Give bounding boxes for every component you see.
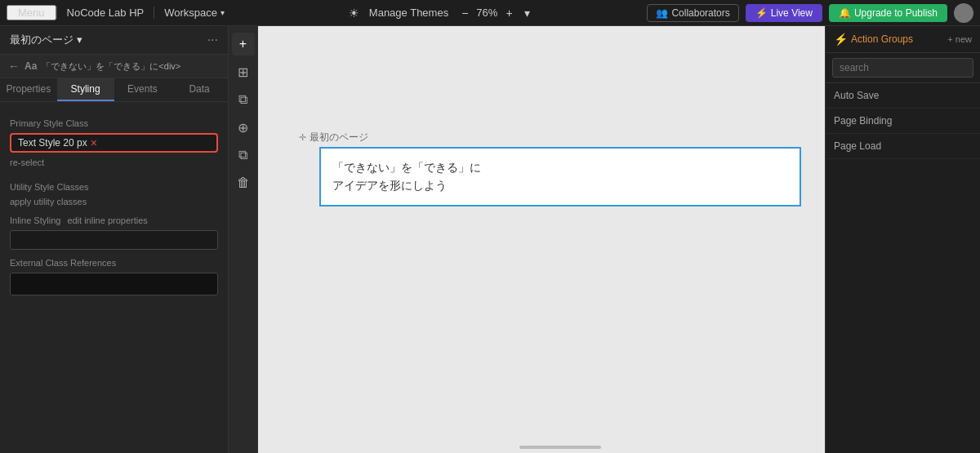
action-item-pageload[interactable]: Page Load [826, 134, 980, 159]
tab-bar: Properties Styling Events Data [0, 78, 228, 102]
more-options-button[interactable]: ··· [207, 33, 218, 47]
external-class-label: External Class References [10, 258, 218, 268]
tab-properties[interactable]: Properties [0, 78, 57, 101]
tab-data[interactable]: Data [171, 78, 228, 101]
pages-button[interactable]: ⊞ [232, 60, 255, 83]
edit-inline-link[interactable]: edit inline properties [67, 215, 147, 225]
left-content: Primary Style Class Text Style 20 px × r… [0, 102, 228, 453]
remove-style-button[interactable]: × [91, 137, 97, 149]
collaborators-icon: 👥 [656, 7, 668, 19]
element-path: 「できない」を「できる」に<div> [42, 60, 180, 73]
add-section-button[interactable]: ⊕ [232, 116, 255, 139]
right-search [826, 53, 980, 83]
back-button[interactable]: ← [8, 60, 20, 73]
brand-label: NoCode Lab HP [56, 7, 155, 19]
toolbar: + ⊞ ⧉ ⊕ ⧉ 🗑 [229, 26, 258, 453]
zoom-controls: − 76% + ▾ [458, 7, 532, 20]
apply-utility-link[interactable]: apply utility classes [10, 197, 87, 207]
workspace-label: Workspace [164, 7, 217, 19]
external-class-input[interactable] [10, 273, 218, 295]
canvas-content-box[interactable]: 「できない」を「できる」に アイデアを形にしよう [319, 147, 801, 207]
action-groups-title: ⚡ Action Groups [834, 33, 913, 46]
zoom-level: 76% [476, 7, 497, 19]
new-action-button[interactable]: + new [947, 34, 972, 44]
nav-right: 👥 Collaborators ⚡ Live View 🔔 Upgrade to… [647, 3, 973, 23]
action-item-pagebinding[interactable]: Page Binding [826, 109, 980, 134]
copy-button[interactable]: ⧉ [232, 88, 255, 111]
publish-button[interactable]: 🔔 Upgrade to Publish [829, 4, 947, 22]
canvas-area[interactable]: ✛ 最初のページ 「できない」を「できる」に アイデアを形にしよう [258, 26, 825, 453]
right-panel-header: ⚡ Action Groups + new [826, 26, 980, 53]
action-item-autosave[interactable]: Auto Save [826, 83, 980, 109]
style-class-value: Text Style 20 px [18, 137, 87, 149]
utility-style-label: Utility Style Classes [10, 182, 218, 192]
canvas-line2: アイデアを形にしよう [332, 176, 788, 194]
tab-events[interactable]: Events [114, 78, 172, 101]
search-input[interactable] [832, 58, 973, 78]
right-panel: ⚡ Action Groups + new Auto Save Page Bin… [825, 26, 980, 453]
zoom-in-button[interactable]: + [502, 7, 515, 20]
menu-button[interactable]: Menu [7, 5, 56, 20]
left-header: 最初のページ ▾ ··· [0, 26, 228, 55]
style-class-tag[interactable]: Text Style 20 px × [10, 133, 218, 153]
lightning-icon: ⚡ [755, 7, 768, 19]
action-icon: ⚡ [834, 33, 848, 46]
zoom-dropdown-button[interactable]: ▾ [521, 7, 533, 20]
font-style-button[interactable]: Aa [24, 60, 37, 72]
primary-style-label: Primary Style Class [10, 118, 218, 128]
collaborators-button[interactable]: 👥 Collaborators [647, 4, 738, 22]
manage-themes-button[interactable]: Manage Themes [369, 7, 448, 19]
inline-styling-row: Inline Styling edit inline properties [10, 215, 218, 225]
canvas-scrollbar[interactable] [519, 446, 601, 449]
tab-styling[interactable]: Styling [57, 78, 114, 101]
left-panel: 最初のページ ▾ ··· ← Aa 「できない」を「できる」に<div> Pro… [0, 26, 229, 453]
navbar: Menu NoCode Lab HP Workspace ▾ ☀ Manage … [0, 0, 980, 26]
inline-label: Inline Styling [10, 215, 60, 225]
workspace-dropdown[interactable]: Workspace ▾ [154, 7, 234, 19]
inline-input[interactable] [10, 230, 218, 250]
bell-icon: 🔔 [839, 7, 851, 19]
nav-center: ☀ Manage Themes − 76% + ▾ [234, 7, 647, 20]
live-view-button[interactable]: ⚡ Live View [746, 4, 822, 22]
delete-button[interactable]: 🗑 [232, 171, 255, 194]
layers-button[interactable]: ⧉ [232, 144, 255, 167]
chevron-down-icon: ▾ [220, 8, 225, 17]
zoom-out-button[interactable]: − [458, 7, 471, 20]
main-layout: 最初のページ ▾ ··· ← Aa 「できない」を「できる」に<div> Pro… [0, 26, 980, 453]
reselect-link[interactable]: re-select [10, 158, 218, 167]
breadcrumb: ← Aa 「できない」を「できる」に<div> [0, 55, 228, 78]
avatar[interactable] [954, 3, 973, 23]
page-title: 最初のページ ▾ [10, 33, 82, 47]
canvas-page-label: ✛ 最初のページ [299, 131, 368, 144]
theme-toggle-icon[interactable]: ☀ [349, 7, 359, 20]
add-element-button[interactable]: + [232, 33, 255, 56]
canvas-line1: 「できない」を「できる」に [332, 158, 788, 176]
